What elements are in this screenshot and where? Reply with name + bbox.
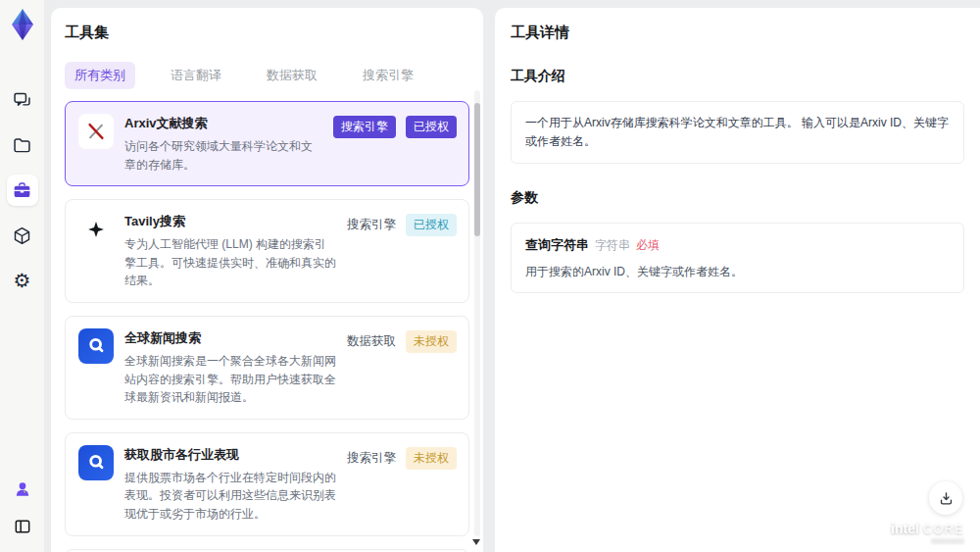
param-required-badge: 必填: [636, 238, 660, 252]
param-type: 字符串: [595, 238, 630, 252]
tool-name: Arxiv文献搜索: [124, 115, 322, 132]
chat-icon: [12, 90, 32, 111]
tool-list-scrollbar[interactable]: [474, 90, 480, 536]
sidebar-item-settings[interactable]: ⚙: [7, 265, 38, 296]
tool-status-badge: 已授权: [406, 116, 457, 138]
arxiv-icon: [78, 114, 114, 149]
param-header: 查询字符串字符串必填: [525, 235, 950, 254]
scrollbar-down-arrow[interactable]: [472, 539, 480, 545]
tool-card[interactable]: 获取股市各行业表现 提供股票市场各个行业在特定时间段内的表现。投资者可以利用这些…: [65, 432, 469, 536]
blue-search-icon: [78, 328, 114, 364]
download-icon: [938, 490, 955, 507]
settings-icon: ⚙: [14, 271, 31, 290]
tool-category-label: 搜索引擎: [347, 217, 396, 233]
tool-category-label: 搜索引擎: [347, 450, 396, 467]
blue-search-icon: [78, 445, 114, 480]
param-description: 用于搜索的Arxiv ID、关键字或作者姓名。: [525, 263, 950, 280]
category-tabs: 所有类别语言翻译数据获取搜索引擎: [65, 62, 469, 89]
toolbox-icon: [12, 180, 32, 201]
app-logo: [8, 8, 37, 41]
category-tab[interactable]: 语言翻译: [161, 62, 231, 89]
tool-description: 访问各个研究领域大量科学论文和文章的存储库。: [124, 137, 322, 174]
tool-status-badge: 未授权: [406, 447, 457, 470]
core-wordmark: CORE: [923, 523, 964, 536]
intro-box: 一个用于从Arxiv存储库搜索科学论文和文章的工具。 输入可以是Arxiv ID…: [511, 101, 964, 164]
tool-name: 获取股市各行业表现: [124, 446, 336, 464]
tool-status-badge: 已授权: [406, 214, 457, 236]
params-heading: 参数: [511, 189, 964, 207]
sidebar-item-models[interactable]: [7, 220, 38, 251]
tool-description: 专为人工智能代理 (LLM) 构建的搜索引擎工具。可快速提供实时、准确和真实的结…: [124, 235, 336, 290]
tool-card[interactable]: 全球新闻搜索 全球新闻搜索是一个聚合全球各大新闻网站内容的搜索引擎。帮助用户快速…: [65, 316, 469, 420]
tool-card[interactable]: Arxiv文献搜索 访问各个研究领域大量科学论文和文章的存储库。 搜索引擎 搜索…: [65, 101, 469, 186]
category-tab[interactable]: 所有类别: [65, 62, 135, 89]
tool-card[interactable]: Tavily搜索 专为人工智能代理 (LLM) 构建的搜索引擎工具。可快速提供实…: [65, 199, 469, 303]
tool-status-badge: 未授权: [406, 330, 457, 353]
collapse-panel-icon: [13, 517, 32, 536]
tool-details-panel: 工具详情 工具介绍 一个用于从Arxiv存储库搜索科学论文和文章的工具。 输入可…: [495, 8, 980, 552]
tool-category-chip: 搜索引擎: [333, 116, 396, 138]
toolset-title: 工具集: [65, 24, 469, 42]
tool-list: Arxiv文献搜索 访问各个研究领域大量科学论文和文章的存储库。 搜索引擎 搜索…: [65, 101, 469, 552]
tool-category-label: 数据获取: [347, 333, 396, 350]
toolset-panel: 工具集 所有类别语言翻译数据获取搜索引擎 Arxiv文献搜索 访问各个研究领域大…: [51, 8, 483, 552]
details-title: 工具详情: [511, 24, 964, 42]
tool-name: Tavily搜索: [124, 213, 336, 230]
intro-text: 一个用于从Arxiv存储库搜索科学论文和文章的工具。 输入可以是Arxiv ID…: [525, 114, 950, 151]
tool-name: 全球新闻搜索: [124, 329, 336, 347]
tool-card[interactable]: 获取市场最活跃股票信息 提供当天交易量最高的股票列表，投资者可以利用这些信息来识…: [65, 549, 469, 552]
category-tab[interactable]: 搜索引擎: [353, 62, 423, 89]
tool-description: 全球新闻搜索是一个聚合全球各大新闻网站内容的搜索引擎。帮助用户快速获取全球最新资…: [124, 352, 336, 407]
left-icon-rail: ⚙: [0, 0, 44, 552]
sidebar-item-chat[interactable]: [7, 84, 38, 116]
intel-ultra-badge: [931, 538, 964, 544]
tavily-sparkle-icon: [78, 212, 114, 247]
sidebar-item-files[interactable]: [7, 129, 38, 161]
folder-icon: [12, 135, 32, 156]
param-box: 查询字符串字符串必填 用于搜索的Arxiv ID、关键字或作者姓名。: [511, 223, 964, 293]
intro-heading: 工具介绍: [511, 68, 964, 85]
sidebar-item-collapse[interactable]: [7, 511, 38, 542]
sidebar-item-toolbox[interactable]: [7, 175, 38, 206]
intel-core-logo: intel CORE: [891, 521, 964, 536]
scrollbar-thumb[interactable]: [474, 103, 480, 236]
intel-wordmark: intel: [891, 521, 919, 536]
download-button[interactable]: [929, 481, 962, 515]
user-avatar-icon: [13, 479, 32, 499]
category-tab[interactable]: 数据获取: [257, 62, 327, 89]
cube-icon: [12, 226, 32, 246]
tool-description: 提供股票市场各个行业在特定时间段内的表现。投资者可以利用这些信息来识别表现优于或…: [124, 469, 336, 524]
sidebar-item-profile[interactable]: [7, 474, 38, 505]
param-name: 查询字符串: [525, 237, 589, 252]
